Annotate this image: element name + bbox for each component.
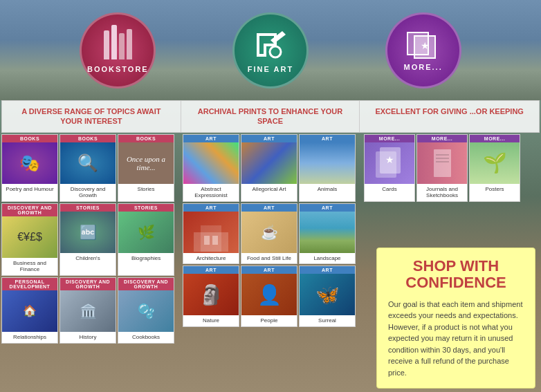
svg-rect-7 [212, 236, 218, 245]
card-label: MORE... [365, 135, 414, 142]
card-title-people: People [259, 315, 279, 326]
card-people[interactable]: ART 👤 People [241, 265, 297, 327]
card-label: ART [183, 135, 239, 142]
shop-confidence-title: SHOP WITH CONFIDENCE [388, 258, 524, 291]
card-label: ART [183, 266, 239, 274]
card-image-abstract [183, 142, 239, 184]
fineart-logo[interactable]: FINE ART [232, 12, 309, 88]
card-title-allegorical: Allegorical Art [251, 184, 288, 195]
svg-rect-11 [434, 149, 451, 177]
card-label: ART [300, 204, 355, 212]
card-abstract[interactable]: ART Abstract Expressionist [183, 134, 239, 202]
card-poetry[interactable]: BOOKS 🎭 Poetry and Humour [1, 134, 58, 202]
card-image-posters: 🌱 [470, 142, 520, 184]
card-landscape[interactable]: ART Landscape [299, 203, 356, 265]
card-image-biographies: 🌿 [118, 212, 174, 253]
art-row-2: ART Architecture ART ☕ Food and Still Li… [183, 203, 363, 265]
card-nature[interactable]: ART 🗿 Nature [183, 265, 239, 327]
card-image-architecture [183, 212, 239, 253]
card-relationships[interactable]: PERSONAL DEVELOPMENT 🏠 Relationships [1, 277, 58, 344]
card-history[interactable]: DISCOVERY AND GROWTH 🏛️ History [59, 277, 116, 344]
card-title-cards: Cards [380, 184, 398, 195]
card-image-nature: 🗿 [183, 274, 239, 315]
card-biographies[interactable]: STORIES 🌿 Biographies [118, 203, 174, 276]
card-image-relationships: 🏠 [2, 290, 57, 332]
card-cookbooks[interactable]: DISCOVERY AND GROWTH 🫧 Cookbooks [118, 277, 174, 344]
card-image-surreal: 🦋 [300, 274, 355, 315]
card-title-surreal: Surreal [317, 315, 338, 326]
card-label: STORIES [60, 204, 116, 212]
logos-row: BOOKSTORE FINE ART ★ MORE... [0, 0, 541, 100]
card-label: PERSONAL DEVELOPMENT [2, 278, 57, 290]
card-food[interactable]: ART ☕ Food and Still Life [241, 203, 297, 265]
card-label: BOOKS [60, 135, 116, 142]
svg-text:★: ★ [385, 154, 394, 165]
svg-rect-5 [201, 225, 221, 252]
card-title-journals: Journals and Sketchbooks [417, 184, 467, 201]
card-title-poetry: Poetry and Humour [4, 184, 55, 195]
art-row-3: ART 🗿 Nature ART 👤 People ART 🦋 Surreal [183, 265, 363, 327]
card-label: ART [241, 266, 297, 274]
card-label: ART [300, 135, 355, 142]
card-label: DISCOVERY AND GROWTH [60, 278, 116, 290]
card-image-cards: ★ [365, 142, 414, 184]
card-title-food: Food and Still Life [246, 253, 293, 264]
card-title-relationships: Relationships [12, 332, 48, 343]
card-image-stories: Once upon a time... [118, 142, 174, 184]
card-title-cookbooks: Cookbooks [131, 332, 161, 343]
card-childrens[interactable]: STORIES 🔤 Children's [59, 203, 116, 276]
card-title-posters: Posters [484, 184, 505, 195]
svg-text:★: ★ [421, 40, 430, 51]
bookstore-logo[interactable]: BOOKSTORE [80, 12, 156, 88]
section-header-more: EXCELLENT FOR GIVING ...OR KEEPING [360, 101, 539, 132]
card-image-food: ☕ [241, 212, 297, 253]
card-cards[interactable]: MORE... ★ Cards [364, 134, 415, 202]
books-row-2: DISCOVERY AND GROWTH €¥£$ Business and F… [1, 203, 181, 276]
card-architecture[interactable]: ART Architecture [183, 203, 239, 265]
art-column: ART Abstract Expressionist ART Allegoric… [183, 134, 363, 344]
card-title-bizfin: Business and Finance [2, 258, 57, 275]
bookstore-label: BOOKSTORE [87, 65, 149, 73]
card-image-childrens: 🔤 [60, 212, 116, 253]
card-title-biographies: Biographies [130, 253, 162, 264]
card-surreal[interactable]: ART 🦋 Surreal [299, 265, 356, 327]
card-title-animals: Animals [316, 184, 338, 195]
card-image-animals [300, 142, 355, 184]
page-content: BOOKSTORE FINE ART ★ MORE... A DIVERSE R… [0, 0, 541, 392]
card-label: DISCOVERY AND GROWTH [118, 278, 174, 290]
bookstore-icon [104, 28, 132, 62]
card-title-architecture: Architecture [195, 253, 228, 264]
card-label: ART [241, 204, 297, 212]
card-posters[interactable]: MORE... 🌱 Posters [469, 134, 520, 202]
card-image-poetry: 🎭 [2, 142, 57, 184]
card-discovery[interactable]: BOOKS 🔍 Discovery and Growth [59, 134, 116, 202]
card-title-discovery: Discovery and Growth [60, 184, 116, 201]
fineart-label: FINE ART [248, 65, 293, 73]
shop-confidence-box: SHOP WITH CONFIDENCE Our goal is that ea… [376, 248, 535, 389]
books-row-3: PERSONAL DEVELOPMENT 🏠 Relationships DIS… [1, 277, 181, 344]
art-row-1: ART Abstract Expressionist ART Allegoric… [183, 134, 363, 202]
fineart-icon [251, 28, 289, 62]
card-allegorical[interactable]: ART Allegorical Art [241, 134, 297, 202]
more-logo[interactable]: ★ MORE... [385, 12, 461, 88]
card-image-history: 🏛️ [60, 290, 116, 332]
card-label: ART [183, 204, 239, 212]
card-animals[interactable]: ART Animals [299, 134, 356, 202]
section-header-art: ARCHIVAL PRINTS TO ENHANCE YOUR SPACE [181, 101, 360, 132]
more-icon: ★ [404, 29, 442, 60]
card-label: DISCOVERY AND GROWTH [2, 204, 57, 216]
card-journals[interactable]: MORE... Journals and Sketchbooks [416, 134, 468, 202]
more-row-1: MORE... ★ Cards MORE... Journals and Ske… [364, 134, 541, 202]
svg-point-0 [270, 46, 281, 57]
svg-rect-6 [204, 236, 210, 245]
card-image-people: 👤 [241, 274, 297, 315]
card-title-childrens: Children's [74, 253, 101, 264]
books-column: BOOKS 🎭 Poetry and Humour BOOKS 🔍 Discov… [1, 134, 181, 344]
card-label: BOOKS [118, 135, 174, 142]
card-bizfin[interactable]: DISCOVERY AND GROWTH €¥£$ Business and F… [1, 203, 58, 276]
card-label: MORE... [417, 135, 467, 142]
card-title-landscape: Landscape [312, 253, 342, 264]
card-image-cookbooks: 🫧 [118, 290, 174, 332]
card-image-journals [417, 142, 467, 184]
card-stories[interactable]: BOOKS Once upon a time... Stories [118, 134, 174, 202]
